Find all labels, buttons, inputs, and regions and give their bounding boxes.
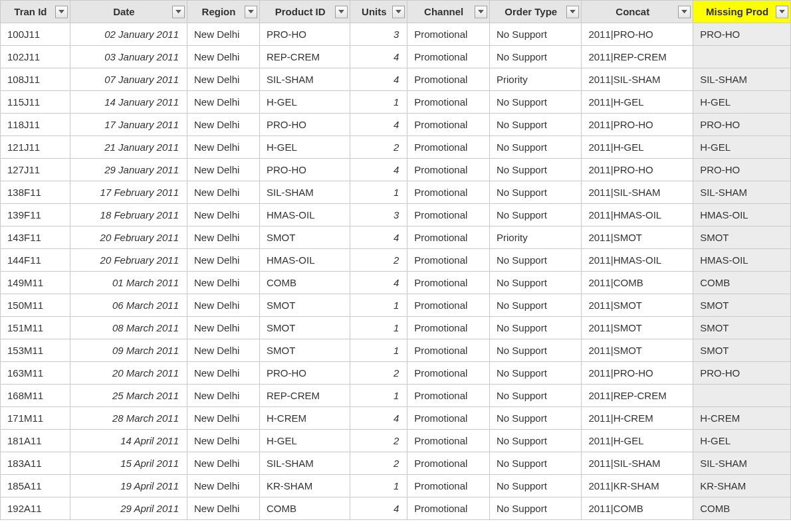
cell-channel[interactable]: Promotional — [407, 68, 490, 91]
cell-channel[interactable]: Promotional — [407, 249, 490, 272]
cell-units[interactable]: 2 — [350, 249, 407, 272]
cell-channel[interactable]: Promotional — [407, 339, 490, 362]
cell-product-id[interactable]: H-GEL — [260, 430, 350, 452]
cell-region[interactable]: New Delhi — [187, 339, 259, 362]
cell-product-id[interactable]: PRO-HO — [260, 362, 350, 385]
cell-missing-prod[interactable]: KR-SHAM — [693, 475, 791, 497]
cell-units[interactable]: 4 — [350, 114, 407, 136]
cell-product-id[interactable]: HMAS-OIL — [260, 249, 350, 272]
cell-channel[interactable]: Promotional — [407, 475, 490, 497]
cell-date[interactable]: 29 January 2011 — [70, 159, 187, 181]
cell-date[interactable]: 17 February 2011 — [70, 181, 187, 204]
cell-missing-prod[interactable]: SIL-SHAM — [693, 181, 791, 204]
cell-order-type[interactable]: No Support — [490, 385, 582, 407]
column-header-date[interactable]: Date — [70, 1, 187, 23]
cell-concat[interactable]: 2011|COMB — [582, 497, 693, 520]
filter-dropdown-icon[interactable] — [566, 5, 579, 18]
cell-units[interactable]: 1 — [350, 385, 407, 407]
cell-order-type[interactable]: Priority — [490, 226, 582, 249]
cell-tran-id[interactable]: 144F11 — [1, 249, 70, 272]
cell-missing-prod[interactable]: PRO-HO — [693, 362, 791, 385]
cell-product-id[interactable]: SIL-SHAM — [260, 452, 350, 475]
cell-date[interactable]: 08 March 2011 — [70, 317, 187, 339]
cell-missing-prod[interactable]: H-CREM — [693, 407, 791, 430]
cell-concat[interactable]: 2011|PRO-HO — [582, 23, 693, 46]
cell-tran-id[interactable]: 149M11 — [1, 272, 70, 294]
cell-concat[interactable]: 2011|H-GEL — [582, 136, 693, 159]
cell-region[interactable]: New Delhi — [187, 46, 259, 68]
cell-missing-prod[interactable]: SIL-SHAM — [693, 68, 791, 91]
cell-product-id[interactable]: SIL-SHAM — [260, 181, 350, 204]
cell-units[interactable]: 1 — [350, 475, 407, 497]
cell-product-id[interactable]: PRO-HO — [260, 159, 350, 181]
cell-concat[interactable]: 2011|SIL-SHAM — [582, 181, 693, 204]
cell-order-type[interactable]: No Support — [490, 46, 582, 68]
cell-units[interactable]: 4 — [350, 46, 407, 68]
cell-date[interactable]: 20 March 2011 — [70, 362, 187, 385]
cell-region[interactable]: New Delhi — [187, 249, 259, 272]
cell-region[interactable]: New Delhi — [187, 475, 259, 497]
cell-channel[interactable]: Promotional — [407, 23, 490, 46]
cell-concat[interactable]: 2011|KR-SHAM — [582, 475, 693, 497]
cell-concat[interactable]: 2011|H-GEL — [582, 430, 693, 452]
cell-missing-prod[interactable]: PRO-HO — [693, 159, 791, 181]
cell-region[interactable]: New Delhi — [187, 430, 259, 452]
cell-tran-id[interactable]: 127J11 — [1, 159, 70, 181]
cell-tran-id[interactable]: 108J11 — [1, 68, 70, 91]
column-header-tran-id[interactable]: Tran Id — [1, 1, 70, 23]
cell-tran-id[interactable]: 153M11 — [1, 339, 70, 362]
cell-order-type[interactable]: No Support — [490, 136, 582, 159]
cell-product-id[interactable]: PRO-HO — [260, 23, 350, 46]
cell-concat[interactable]: 2011|H-GEL — [582, 91, 693, 114]
cell-missing-prod[interactable]: H-GEL — [693, 430, 791, 452]
filter-dropdown-icon[interactable] — [475, 5, 487, 18]
cell-units[interactable]: 1 — [350, 294, 407, 317]
filter-dropdown-icon[interactable] — [335, 5, 348, 18]
cell-date[interactable]: 29 April 2011 — [70, 497, 187, 520]
cell-tran-id[interactable]: 171M11 — [1, 407, 70, 430]
cell-product-id[interactable]: SMOT — [260, 317, 350, 339]
cell-region[interactable]: New Delhi — [187, 362, 259, 385]
cell-tran-id[interactable]: 183A11 — [1, 452, 70, 475]
cell-concat[interactable]: 2011|PRO-HO — [582, 159, 693, 181]
cell-order-type[interactable]: No Support — [490, 91, 582, 114]
cell-missing-prod[interactable]: SMOT — [693, 294, 791, 317]
cell-units[interactable]: 4 — [350, 272, 407, 294]
cell-product-id[interactable]: REP-CREM — [260, 46, 350, 68]
column-header-region[interactable]: Region — [187, 1, 259, 23]
cell-region[interactable]: New Delhi — [187, 91, 259, 114]
cell-product-id[interactable]: H-CREM — [260, 407, 350, 430]
cell-product-id[interactable]: SIL-SHAM — [260, 68, 350, 91]
cell-concat[interactable]: 2011|REP-CREM — [582, 385, 693, 407]
cell-product-id[interactable]: COMB — [260, 497, 350, 520]
cell-channel[interactable]: Promotional — [407, 294, 490, 317]
cell-product-id[interactable]: SMOT — [260, 294, 350, 317]
cell-date[interactable]: 01 March 2011 — [70, 272, 187, 294]
cell-region[interactable]: New Delhi — [187, 181, 259, 204]
cell-missing-prod[interactable]: PRO-HO — [693, 23, 791, 46]
cell-concat[interactable]: 2011|REP-CREM — [582, 46, 693, 68]
cell-date[interactable]: 14 January 2011 — [70, 91, 187, 114]
cell-concat[interactable]: 2011|PRO-HO — [582, 114, 693, 136]
cell-tran-id[interactable]: 118J11 — [1, 114, 70, 136]
cell-product-id[interactable]: H-GEL — [260, 136, 350, 159]
cell-product-id[interactable]: KR-SHAM — [260, 475, 350, 497]
cell-channel[interactable]: Promotional — [407, 114, 490, 136]
cell-date[interactable]: 17 January 2011 — [70, 114, 187, 136]
cell-channel[interactable]: Promotional — [407, 46, 490, 68]
cell-concat[interactable]: 2011|HMAS-OIL — [582, 249, 693, 272]
cell-channel[interactable]: Promotional — [407, 226, 490, 249]
cell-order-type[interactable]: No Support — [490, 181, 582, 204]
cell-order-type[interactable]: No Support — [490, 497, 582, 520]
cell-order-type[interactable]: No Support — [490, 430, 582, 452]
cell-channel[interactable]: Promotional — [407, 407, 490, 430]
cell-concat[interactable]: 2011|COMB — [582, 272, 693, 294]
cell-missing-prod[interactable]: COMB — [693, 272, 791, 294]
cell-product-id[interactable]: REP-CREM — [260, 385, 350, 407]
cell-region[interactable]: New Delhi — [187, 136, 259, 159]
cell-concat[interactable]: 2011|SIL-SHAM — [582, 68, 693, 91]
cell-region[interactable]: New Delhi — [187, 159, 259, 181]
cell-date[interactable]: 02 January 2011 — [70, 23, 187, 46]
column-header-units[interactable]: Units — [350, 1, 407, 23]
cell-date[interactable]: 06 March 2011 — [70, 294, 187, 317]
